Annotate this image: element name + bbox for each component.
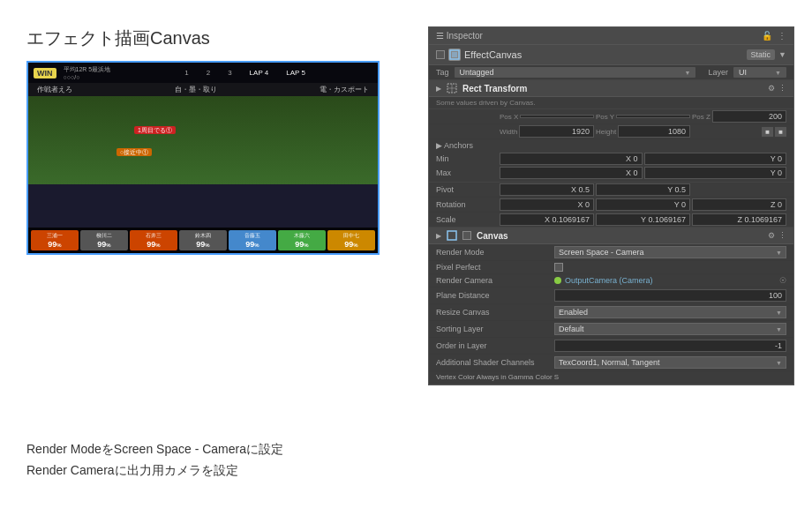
- sorting-layer-dropdown[interactable]: Default: [554, 323, 786, 335]
- max-y-value[interactable]: Y 0: [644, 167, 787, 179]
- inspector-header: ☰ Inspector 🔓 ⋮: [429, 27, 793, 45]
- static-dropdown-icon[interactable]: ▼: [778, 50, 786, 59]
- indicator-box-2: ○接近中①: [117, 148, 152, 156]
- anchors-section: ▶ Anchors Min X 0 Y 0 Max X 0 Y 0: [429, 139, 793, 183]
- pos-y-value[interactable]: [616, 115, 690, 118]
- render-mode-dropdown[interactable]: Screen Space - Camera: [554, 246, 786, 258]
- order-in-layer-row: Order in Layer -1: [429, 338, 793, 355]
- rect-transform-icons: ⚙ ⋮: [768, 84, 786, 93]
- resize-canvas-row: Resize Canvas Enabled: [429, 304, 793, 321]
- inspector-panel: ☰ Inspector 🔓 ⋮ EffectCanvas Static ▼: [428, 26, 794, 385]
- score-sub: ○○○/○: [64, 74, 111, 80]
- height-value[interactable]: 1080: [618, 125, 690, 138]
- rect-transform-arrow: ▶: [436, 85, 441, 93]
- rect-transform-settings-icon[interactable]: ⚙: [768, 84, 775, 93]
- min-x-value[interactable]: X 0: [500, 153, 643, 165]
- bottom-line-1: Render ModeをScreen Space - Cameraに設定: [26, 439, 283, 460]
- player-pct-3: 99%: [182, 240, 224, 249]
- width-group: Width 1920: [500, 125, 594, 138]
- width-value[interactable]: 1920: [519, 125, 594, 138]
- player-pct-5: 99%: [281, 240, 323, 249]
- pixel-perfect-label: Pixel Perfect: [436, 263, 551, 272]
- player-pct-6: 99%: [330, 240, 372, 249]
- object-name[interactable]: EffectCanvas: [464, 49, 522, 60]
- menu-icon[interactable]: ⋮: [778, 31, 786, 41]
- tag-layer-row: Tag Untagged Layer UI: [429, 65, 793, 80]
- player-indicator-1: 1周目でる①: [134, 123, 176, 135]
- lock-icon[interactable]: 🔓: [762, 31, 772, 41]
- min-y-value[interactable]: Y 0: [644, 153, 787, 165]
- pos-x-value[interactable]: [520, 115, 594, 118]
- plane-distance-value[interactable]: 100: [554, 289, 786, 302]
- canvas-settings-icon[interactable]: ⚙: [768, 231, 775, 240]
- pos-x-group: Pos X: [500, 113, 594, 121]
- sorting-layer-row: Sorting Layer Default: [429, 321, 793, 338]
- lap-3: 3: [228, 69, 231, 77]
- resize-canvas-dropdown[interactable]: Enabled: [554, 306, 786, 318]
- canvas-checkbox[interactable]: [462, 231, 471, 240]
- layer-dropdown[interactable]: UI: [733, 67, 786, 78]
- static-area: Static ▼: [747, 49, 786, 60]
- player-pct-0: 99%: [34, 240, 76, 249]
- rect-transform-section-header[interactable]: ▶ Rect Transform ⚙ ⋮: [429, 80, 793, 97]
- render-camera-row: Render Camera OutputCamera (Camera) ☉: [429, 274, 793, 288]
- additional-shader-value: TexCoord1, Normal, Tangent: [559, 358, 659, 367]
- sorting-layer-value: Default: [559, 325, 584, 333]
- static-badge[interactable]: Static: [747, 49, 776, 60]
- canvas-section-header[interactable]: ▶ Canvas ⚙ ⋮: [429, 228, 793, 244]
- pos-z-value[interactable]: 200: [712, 110, 786, 123]
- rect-transform-menu-icon[interactable]: ⋮: [778, 84, 786, 93]
- player-card-1: 柳川二 99%: [80, 230, 128, 250]
- rot-z-value[interactable]: Z 0: [692, 198, 786, 211]
- pos-z-group: Pos Z 200: [692, 110, 786, 123]
- rot-y-value[interactable]: Y 0: [596, 198, 690, 211]
- scale-z-value[interactable]: Z 0.1069167: [692, 213, 786, 226]
- vertex-color-row: Vertex Color Always in Gamma Color S: [429, 371, 793, 384]
- rotation-row: Rotation X 0 Y 0 Z 0: [429, 198, 793, 213]
- pivot-x-value[interactable]: X 0.5: [500, 183, 594, 196]
- win-badge: WIN: [34, 68, 56, 78]
- max-label: Max: [436, 168, 498, 177]
- tag-dropdown[interactable]: Untagged: [455, 67, 696, 78]
- pos-z-label: Pos Z: [692, 113, 710, 121]
- player-card-4: 音藤五 99%: [229, 230, 276, 250]
- camera-link-icon[interactable]: ☉: [779, 276, 786, 285]
- rot-x-value[interactable]: X 0: [500, 198, 594, 211]
- order-in-layer-value[interactable]: -1: [554, 340, 786, 352]
- canvas-menu-icon[interactable]: ⋮: [778, 231, 786, 240]
- lap-indicators: 1 2 3 LAP 4 LAP 5: [117, 69, 372, 77]
- size-buttons: ■ ■: [692, 127, 786, 137]
- resize-canvas-label: Resize Canvas: [436, 308, 551, 317]
- inspector-header-icons: 🔓 ⋮: [762, 31, 786, 41]
- lap-2: 2: [207, 69, 210, 77]
- player-name-0: 三浦一: [34, 232, 76, 240]
- additional-shader-dropdown[interactable]: TexCoord1, Normal, Tangent: [554, 356, 786, 369]
- lap-4: LAP 4: [250, 69, 269, 77]
- vertex-color-label: Vertex Color Always in Gamma Color S: [436, 373, 559, 381]
- canvas-section-icons: ⚙ ⋮: [768, 231, 786, 240]
- camera-link[interactable]: OutputCamera (Camera): [565, 276, 776, 285]
- mid-left: 作戦者えろ: [37, 85, 72, 94]
- size-btn-2[interactable]: ■: [775, 127, 786, 137]
- svg-rect-5: [447, 231, 456, 240]
- canvas-section-title: Canvas: [477, 231, 763, 241]
- anchors-max-row: Max X 0 Y 0: [436, 166, 786, 180]
- inspector-label: ☰ Inspector: [436, 31, 483, 41]
- scale-y-value[interactable]: Y 0.1069167: [596, 213, 690, 226]
- player-name-5: 木藤六: [281, 232, 323, 240]
- pivot-y-value[interactable]: Y 0.5: [596, 183, 690, 196]
- max-x-value[interactable]: X 0: [500, 167, 643, 179]
- player-card-0: 三浦一 99%: [31, 230, 79, 250]
- anchors-title[interactable]: ▶ Anchors: [436, 141, 786, 150]
- scale-x-value[interactable]: X 0.1069167: [500, 213, 594, 226]
- pixel-perfect-checkbox[interactable]: [554, 263, 563, 272]
- player-card-2: 石井三 99%: [130, 230, 177, 250]
- mid-center: 自・墨・取り: [175, 85, 217, 94]
- game-top-bar: WIN 平均12R 5最浜地 ○○○/○ 1 2 3 LAP 4 LAP 5: [28, 63, 378, 83]
- player-name-1: 柳川二: [83, 232, 125, 240]
- indicator-box-1: 1周目でる①: [134, 126, 176, 134]
- game-field: 1周目でる① ○接近中①: [28, 96, 378, 184]
- size-btn-1[interactable]: ■: [762, 127, 773, 137]
- checkbox-enabled[interactable]: [436, 50, 445, 59]
- player-card-5: 木藤六 99%: [278, 230, 326, 250]
